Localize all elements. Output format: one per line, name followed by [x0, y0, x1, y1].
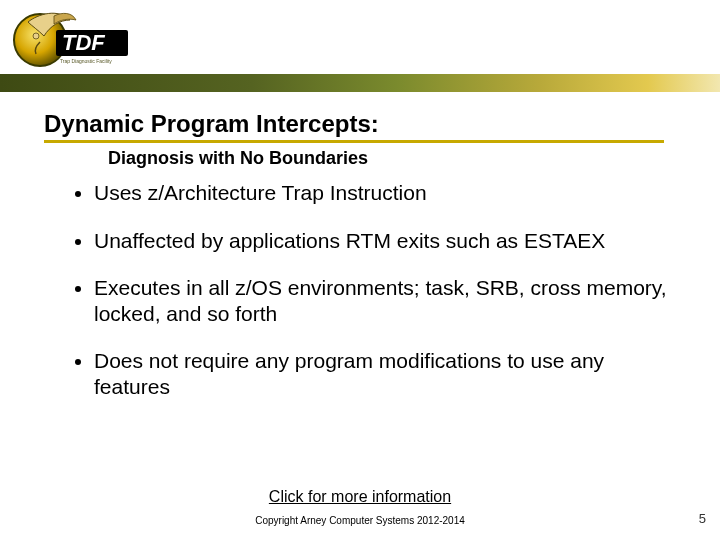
svg-point-1	[33, 33, 39, 39]
slide-header: TDF Trap Diagnostic Facility	[0, 0, 720, 92]
slide-subtitle: Diagnosis with No Boundaries	[108, 148, 368, 169]
copyright-text: Copyright Arney Computer Systems 2012-20…	[0, 515, 720, 526]
tdf-logo-icon: TDF Trap Diagnostic Facility	[10, 6, 130, 78]
list-item: Does not require any program modificatio…	[94, 348, 670, 399]
header-band	[0, 74, 720, 92]
title-underline	[44, 140, 664, 143]
slide: TDF Trap Diagnostic Facility Dynamic Pro…	[0, 0, 720, 540]
logo: TDF Trap Diagnostic Facility	[10, 6, 130, 78]
slide-number: 5	[699, 511, 706, 526]
more-info-link[interactable]: Click for more information	[269, 488, 451, 505]
more-info-link-container: Click for more information	[0, 488, 720, 506]
bullet-list: Uses z/Architecture Trap Instruction Una…	[70, 180, 670, 422]
list-item: Executes in all z/OS environments; task,…	[94, 275, 670, 326]
svg-text:Trap Diagnostic Facility: Trap Diagnostic Facility	[60, 58, 112, 64]
logo-text: TDF	[62, 30, 105, 55]
slide-title: Dynamic Program Intercepts:	[44, 110, 379, 138]
list-item: Uses z/Architecture Trap Instruction	[94, 180, 670, 206]
list-item: Unaffected by applications RTM exits suc…	[94, 228, 670, 254]
